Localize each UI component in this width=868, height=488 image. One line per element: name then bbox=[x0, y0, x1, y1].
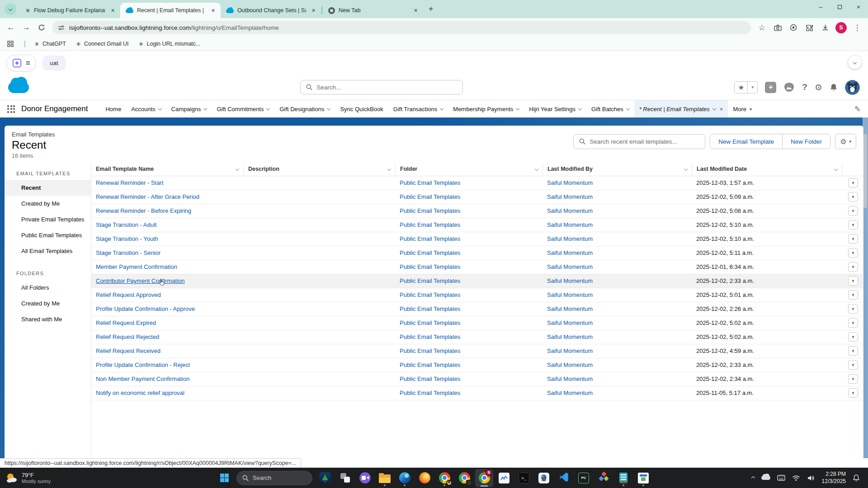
table-row[interactable]: Relief Request ExpiredPublic Email Templ… bbox=[91, 316, 863, 330]
row-actions-button[interactable]: ▼ bbox=[848, 276, 858, 286]
folder-link[interactable]: Public Email Templates bbox=[400, 291, 460, 298]
row-actions-button[interactable]: ▼ bbox=[848, 206, 858, 216]
app-launcher-icon[interactable] bbox=[7, 105, 15, 113]
edit-nav-pencil-icon[interactable]: ✎ bbox=[854, 104, 861, 114]
sort-chevron-icon[interactable] bbox=[236, 167, 239, 171]
browser-tab-flow-debug-failure-explanation[interactable]: ✳Flow Debug Failure Explanation× bbox=[20, 3, 120, 18]
email-template-link[interactable]: Renewal Reminder - Start bbox=[96, 179, 164, 186]
volume-icon[interactable] bbox=[807, 475, 815, 481]
sidebar-item-all-folders[interactable]: All Folders bbox=[5, 280, 91, 296]
email-template-link[interactable]: Contributor Payment Confirmation bbox=[96, 277, 185, 284]
sidebar-item-all-email-templates[interactable]: All Email Templates bbox=[5, 243, 91, 259]
nav-tab-membership-payments[interactable]: Membership Payments bbox=[448, 100, 524, 117]
taskbar-app-chrome-active[interactable]: S bbox=[475, 469, 493, 487]
email-template-link[interactable]: Stage Transition - Adult bbox=[96, 221, 156, 228]
column-header-folder[interactable]: Folder bbox=[395, 163, 542, 176]
column-header-last-modified-by[interactable]: Last Modified By bbox=[542, 163, 692, 176]
table-row[interactable]: Renewal Reminder - StartPublic Email Tem… bbox=[91, 176, 863, 190]
row-actions-button[interactable]: ▼ bbox=[848, 262, 858, 272]
sidebar-item-recent[interactable]: Recent bbox=[5, 180, 91, 196]
tab-close-icon[interactable]: × bbox=[209, 7, 217, 14]
email-template-link[interactable]: Profile Update Confirmation - Approve bbox=[96, 305, 195, 312]
chevron-down-icon[interactable] bbox=[440, 106, 443, 110]
sidebar-item-private-email-templates[interactable]: Private Email Templates bbox=[5, 211, 91, 227]
modified-by-link[interactable]: Saiful Momentum bbox=[547, 347, 593, 354]
modified-by-link[interactable]: Saiful Momentum bbox=[547, 207, 593, 214]
email-template-link[interactable]: Non Member Payment Confirmation bbox=[96, 375, 189, 382]
bookmark-connect-gmail-ui[interactable]: ✳Connect Gmail UI bbox=[76, 41, 129, 47]
sort-chevron-icon[interactable] bbox=[387, 167, 391, 171]
row-actions-button[interactable]: ▼ bbox=[848, 220, 858, 230]
collapse-strip-button[interactable] bbox=[848, 56, 862, 69]
back-button[interactable]: ← bbox=[4, 20, 18, 35]
column-header-description[interactable]: Description bbox=[243, 163, 395, 176]
folder-link[interactable]: Public Email Templates bbox=[400, 193, 460, 200]
email-template-link[interactable]: Notify on economic relief approval bbox=[96, 389, 184, 396]
sidebar-item-created-by-me[interactable]: Created by Me bbox=[5, 196, 91, 211]
modified-by-link[interactable]: Saiful Momentum bbox=[547, 361, 593, 368]
nav-tab-gift-transactions[interactable]: Gift Transactions bbox=[388, 100, 448, 117]
email-template-link[interactable]: Relief Request Expired bbox=[96, 319, 156, 326]
reload-button[interactable] bbox=[34, 20, 49, 35]
taskbar-app-terminal[interactable]: >_ bbox=[515, 469, 533, 487]
table-row[interactable]: Contributor Payment ConfirmationPublic E… bbox=[91, 274, 863, 288]
row-actions-button[interactable]: ▼ bbox=[848, 192, 858, 202]
sidebar-item-created-by-me[interactable]: Created by Me bbox=[5, 296, 91, 311]
camera-extension-icon[interactable] bbox=[770, 20, 785, 35]
hamburger-menu-icon[interactable]: ≡ bbox=[26, 59, 30, 67]
table-row[interactable]: Renewal Reminder - After Grace PeriodPub… bbox=[91, 190, 863, 204]
taskbar-app-taskpro[interactable] bbox=[634, 469, 652, 487]
nav-tab-gift-designations[interactable]: Gift Designations bbox=[274, 100, 335, 117]
apps-grid-icon[interactable] bbox=[5, 39, 15, 49]
email-template-link[interactable]: Stage Transition - Senior bbox=[96, 249, 160, 256]
row-actions-button[interactable]: ▼ bbox=[848, 318, 858, 328]
folder-link[interactable]: Public Email Templates bbox=[400, 249, 460, 256]
tab-close-icon[interactable]: × bbox=[109, 7, 117, 14]
new-folder-button[interactable]: New Folder bbox=[782, 134, 830, 149]
bookmark-login-url-mismatc[interactable]: ✳Login URL mismatc... bbox=[139, 41, 201, 47]
nav-tab-hijri-year-settings[interactable]: Hijri Year Settings bbox=[524, 100, 586, 117]
modified-by-link[interactable]: Saiful Momentum bbox=[547, 277, 593, 284]
setup-gear-icon[interactable]: ⚙ bbox=[815, 82, 822, 93]
modified-by-link[interactable]: Saiful Momentum bbox=[547, 179, 593, 186]
folder-link[interactable]: Public Email Templates bbox=[400, 221, 460, 228]
scrollbar-thumb[interactable] bbox=[863, 134, 867, 208]
modified-by-link[interactable]: Saiful Momentum bbox=[547, 305, 593, 312]
folder-link[interactable]: Public Email Templates bbox=[400, 375, 460, 382]
email-template-link[interactable]: Relief Request Rejected bbox=[96, 333, 159, 340]
taskbar-clock[interactable]: 2:28 PM 12/3/2025 bbox=[822, 471, 846, 485]
taskbar-app-vscode[interactable] bbox=[555, 469, 573, 487]
new-email-template-button[interactable]: New Email Template bbox=[710, 134, 782, 149]
taskbar-app-performance-monitor[interactable] bbox=[495, 469, 513, 487]
folder-link[interactable]: Public Email Templates bbox=[400, 361, 460, 368]
chevron-down-icon[interactable] bbox=[516, 106, 519, 110]
folder-link[interactable]: Public Email Templates bbox=[400, 333, 460, 340]
minimize-button[interactable]: – bbox=[811, 0, 830, 14]
modified-by-link[interactable]: Saiful Momentum bbox=[547, 319, 593, 326]
email-template-link[interactable]: Member Payment Confirmation bbox=[96, 263, 177, 270]
chevron-down-icon[interactable] bbox=[712, 106, 716, 110]
notifications-bell-icon[interactable] bbox=[853, 474, 860, 482]
taskbar-app-postgresql[interactable] bbox=[535, 469, 553, 487]
table-row[interactable]: Non Member Payment ConfirmationPublic Em… bbox=[91, 372, 863, 386]
table-row[interactable]: Relief Request ReceivedPublic Email Temp… bbox=[91, 344, 863, 358]
row-actions-button[interactable]: ▼ bbox=[848, 360, 858, 370]
chevron-down-icon[interactable]: ▾ bbox=[750, 107, 752, 112]
nav-tab-home[interactable]: Home bbox=[100, 100, 126, 117]
modified-by-link[interactable]: Saiful Momentum bbox=[547, 193, 593, 200]
list-search-box[interactable] bbox=[573, 134, 705, 149]
taskbar-app-meet[interactable] bbox=[356, 469, 374, 487]
nav-tab-gift-batches[interactable]: Gift Batches bbox=[586, 100, 634, 117]
notifications-bell-icon[interactable] bbox=[830, 83, 838, 92]
modified-by-link[interactable]: Saiful Momentum bbox=[547, 263, 593, 270]
row-actions-button[interactable]: ▼ bbox=[848, 332, 858, 342]
maximize-button[interactable] bbox=[830, 0, 849, 14]
row-actions-button[interactable]: ▼ bbox=[848, 304, 858, 314]
folder-link[interactable]: Public Email Templates bbox=[400, 305, 460, 312]
address-bar[interactable]: isijoftoronto--uat.sandbox.lightning.for… bbox=[52, 21, 751, 34]
email-template-link[interactable]: Relief Request Received bbox=[96, 347, 160, 354]
modified-by-link[interactable]: Saiful Momentum bbox=[547, 291, 593, 298]
salesforce-logo[interactable] bbox=[8, 82, 29, 93]
wifi-icon[interactable] bbox=[792, 475, 800, 481]
taskbar-app-firefox[interactable] bbox=[415, 469, 434, 487]
